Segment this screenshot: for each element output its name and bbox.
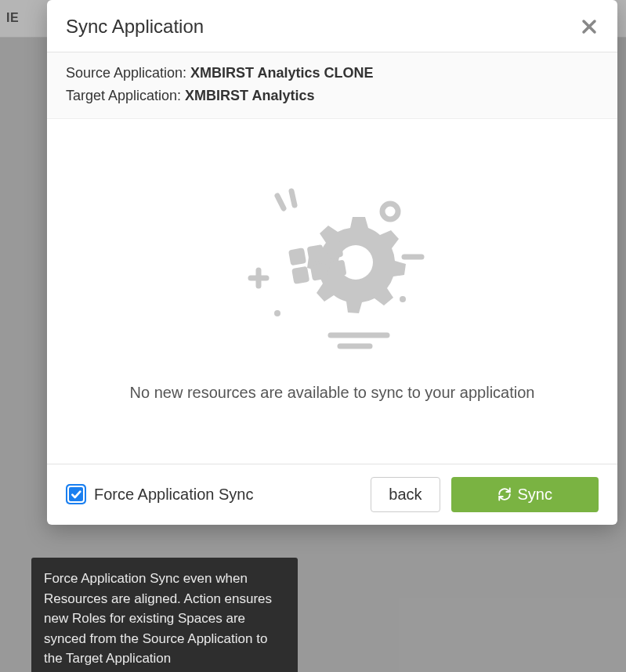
- svg-point-8: [274, 310, 280, 316]
- source-label: Source Application:: [66, 65, 190, 81]
- back-button[interactable]: back: [371, 477, 440, 512]
- modal-header: Sync Application: [47, 0, 617, 52]
- sync-button-label: Sync: [518, 486, 552, 504]
- modal-footer: Force Application Sync back Sync: [47, 464, 617, 525]
- svg-point-4: [382, 204, 398, 219]
- empty-state-text: No new resources are available to sync t…: [130, 384, 535, 402]
- svg-line-3: [291, 191, 295, 205]
- svg-rect-11: [288, 247, 306, 266]
- gear-illustration-icon: [230, 172, 434, 360]
- footer-right: back Sync: [371, 477, 599, 512]
- svg-rect-14: [291, 266, 309, 284]
- footer-left: Force Application Sync: [66, 484, 253, 504]
- force-sync-tooltip: Force Application Sync even when Resourc…: [31, 558, 298, 672]
- target-label: Target Application:: [66, 88, 185, 103]
- source-application-row: Source Application: XMBIRST Analytics CL…: [66, 62, 599, 85]
- target-application-row: Target Application: XMBIRST Analytics: [66, 85, 599, 107]
- empty-state-illustration: [230, 172, 434, 360]
- application-info-bar: Source Application: XMBIRST Analytics CL…: [47, 52, 617, 119]
- svg-line-2: [277, 196, 284, 208]
- close-button[interactable]: [580, 17, 599, 36]
- sync-icon: [498, 487, 512, 501]
- svg-rect-12: [307, 244, 325, 262]
- modal-title: Sync Application: [66, 16, 204, 38]
- svg-rect-16: [328, 260, 346, 278]
- svg-rect-15: [310, 263, 328, 281]
- svg-rect-13: [325, 241, 343, 259]
- check-icon: [70, 488, 82, 500]
- modal-body: No new resources are available to sync t…: [47, 119, 617, 464]
- close-icon: [580, 17, 599, 36]
- force-sync-checkbox[interactable]: [66, 484, 86, 504]
- force-sync-label[interactable]: Force Application Sync: [94, 486, 253, 504]
- sync-button[interactable]: Sync: [451, 477, 599, 512]
- target-value: XMBIRST Analytics: [185, 88, 314, 103]
- back-button-label: back: [389, 486, 422, 504]
- svg-point-9: [400, 296, 406, 302]
- sync-application-modal: Sync Application Source Application: XMB…: [47, 0, 617, 525]
- tooltip-text: Force Application Sync even when Resourc…: [44, 571, 272, 666]
- source-value: XMBIRST Analytics CLONE: [190, 65, 373, 81]
